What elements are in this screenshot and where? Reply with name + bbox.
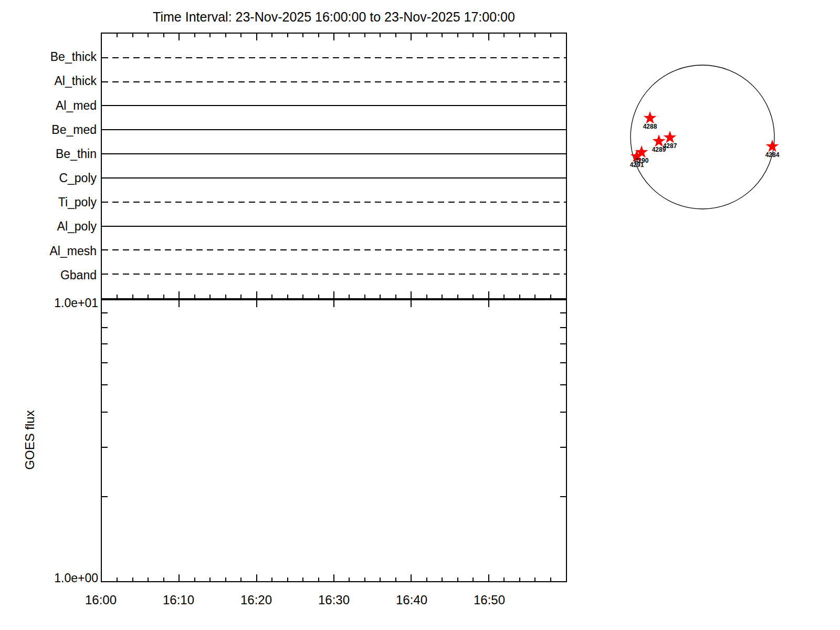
active-region-label: 4288 bbox=[643, 123, 657, 130]
plot-root: { "title": "Time Interval: 23-Nov-2025 1… bbox=[0, 0, 840, 630]
solar-disk-map: 428842874289429142904284 bbox=[0, 0, 840, 630]
active-region-star bbox=[644, 111, 657, 124]
active-region-label: 4290 bbox=[635, 157, 649, 164]
active-region-label: 4284 bbox=[765, 151, 780, 159]
active-region-star bbox=[664, 131, 677, 143]
solar-disk bbox=[631, 65, 774, 209]
active-region-label: 4289 bbox=[652, 146, 666, 153]
active-region-star bbox=[766, 140, 779, 152]
